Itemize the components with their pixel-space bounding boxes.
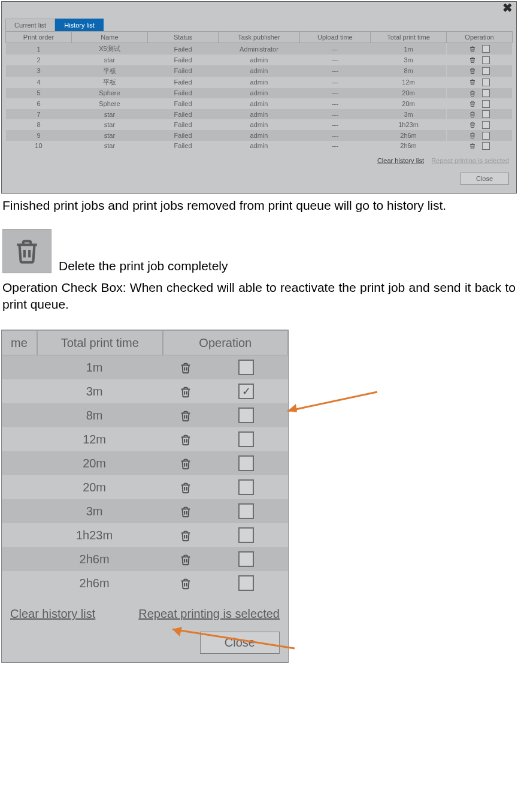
clear-history-link[interactable]: Clear history list <box>377 157 424 164</box>
cell-time: 20m <box>37 481 152 494</box>
cell-order: 6 <box>6 98 72 109</box>
clear-history-link[interactable]: Clear history list <box>10 607 95 621</box>
cell-upload: --- <box>299 77 370 88</box>
cell-publisher: admin <box>219 55 299 65</box>
cell-time: 2h6m <box>371 141 447 152</box>
table-row: 3m <box>2 379 288 403</box>
select-checkbox[interactable] <box>238 479 254 495</box>
select-checkbox[interactable] <box>238 455 254 471</box>
select-checkbox[interactable] <box>238 503 254 519</box>
cell-upload: --- <box>299 55 370 65</box>
table-row: 2starFailedadmin---3m <box>6 55 513 65</box>
cell-order: 8 <box>6 119 72 130</box>
table-row: 2h6m <box>2 571 288 595</box>
select-checkbox[interactable] <box>482 121 490 129</box>
cell-status: Failed <box>147 119 218 130</box>
trash-icon[interactable] <box>469 131 476 139</box>
trash-icon <box>2 229 52 273</box>
cell-time: 1h23m <box>371 119 447 130</box>
repeat-printing-link: Repeat printing is selected <box>431 157 509 164</box>
cell-upload: --- <box>299 130 370 141</box>
trash-icon[interactable] <box>469 78 476 86</box>
tab-current-list[interactable]: Current list <box>5 19 55 31</box>
trash-icon[interactable] <box>179 552 192 566</box>
delete-icon-caption: Delete the print job completely <box>2 229 518 273</box>
select-checkbox[interactable] <box>482 67 490 75</box>
select-checkbox[interactable] <box>482 110 490 118</box>
trash-icon[interactable] <box>469 120 476 128</box>
trash-icon[interactable] <box>179 480 192 494</box>
table-row: 5SphereFailedadmin---20m <box>6 88 513 99</box>
trash-icon[interactable] <box>179 528 192 542</box>
cell-time: 20m <box>37 457 152 470</box>
cell-order: 3 <box>6 65 72 77</box>
select-checkbox[interactable] <box>482 100 490 108</box>
select-checkbox[interactable] <box>482 142 490 150</box>
select-checkbox[interactable] <box>482 45 490 53</box>
cell-publisher: admin <box>219 141 299 152</box>
trash-icon[interactable] <box>469 89 476 97</box>
cell-status: Failed <box>147 141 218 152</box>
cell-upload: --- <box>299 109 370 120</box>
cell-name: Sphere <box>71 98 147 109</box>
cell-status: Failed <box>147 77 218 88</box>
trash-icon[interactable] <box>469 67 476 74</box>
delete-caption: Delete the print job completely <box>59 259 228 273</box>
select-checkbox[interactable] <box>238 527 254 543</box>
table-row: 1X5测试FailedAdministrator---1m <box>6 43 513 55</box>
cell-time: 3m <box>371 109 447 120</box>
cell-order: 4 <box>6 77 72 88</box>
trash-icon[interactable] <box>179 408 192 422</box>
tab-history-list[interactable]: History list <box>55 19 104 31</box>
cell-operation <box>446 88 512 99</box>
trash-icon[interactable] <box>469 142 476 150</box>
close-icon[interactable]: ✖ <box>502 2 513 14</box>
cell-time: 20m <box>371 98 447 109</box>
cell-status: Failed <box>147 130 218 141</box>
trash-icon[interactable] <box>469 99 476 107</box>
cell-operation <box>446 55 512 65</box>
cell-order: 7 <box>6 109 72 120</box>
cell-time: 3m <box>37 505 152 518</box>
select-checkbox[interactable] <box>482 79 490 86</box>
cell-time: 1m <box>371 43 447 55</box>
table-row: 20m <box>2 451 288 475</box>
select-checkbox[interactable] <box>238 551 254 567</box>
select-checkbox[interactable] <box>482 89 490 97</box>
table-row: 8m <box>2 403 288 427</box>
repeat-printing-link[interactable]: Repeat printing is selected <box>138 607 280 621</box>
select-checkbox[interactable] <box>482 132 490 140</box>
cell-name: Sphere <box>71 88 147 99</box>
select-checkbox[interactable] <box>238 407 254 423</box>
cell-operation <box>446 77 512 88</box>
select-checkbox[interactable] <box>238 384 254 399</box>
cell-upload: --- <box>299 119 370 130</box>
select-checkbox[interactable] <box>238 360 254 375</box>
cell-upload: --- <box>299 65 370 77</box>
trash-icon[interactable] <box>179 504 192 518</box>
cell-status: Failed <box>147 88 218 99</box>
trash-icon[interactable] <box>179 360 192 375</box>
table-row: 7starFailedadmin---3m <box>6 109 513 120</box>
close-button[interactable]: Close <box>200 632 280 654</box>
cell-order: 5 <box>6 88 72 99</box>
cell-time: 2h6m <box>371 130 447 141</box>
cell-status: Failed <box>147 55 218 65</box>
trash-icon[interactable] <box>179 384 192 399</box>
trash-icon[interactable] <box>469 45 476 53</box>
trash-icon[interactable] <box>469 56 476 64</box>
trash-icon[interactable] <box>469 110 476 118</box>
table-row: 6SphereFailedadmin---20m <box>6 98 513 109</box>
trash-icon[interactable] <box>179 432 192 446</box>
select-checkbox[interactable] <box>482 56 490 64</box>
cell-publisher: admin <box>219 119 299 130</box>
trash-icon[interactable] <box>179 576 192 590</box>
trash-icon[interactable] <box>179 456 192 470</box>
table-row: 9starFailedadmin---2h6m <box>6 130 513 141</box>
select-checkbox[interactable] <box>238 431 254 447</box>
select-checkbox[interactable] <box>238 575 254 591</box>
cell-publisher: admin <box>219 88 299 99</box>
tab-bar: Current list History list <box>5 19 513 31</box>
close-button[interactable]: Close <box>460 173 509 185</box>
cell-status: Failed <box>147 109 218 120</box>
